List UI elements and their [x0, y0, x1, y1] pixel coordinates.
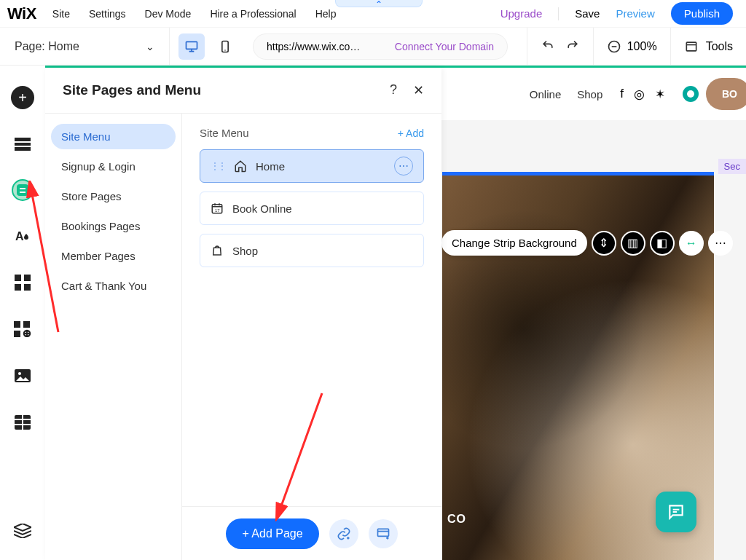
nav-online[interactable]: Online — [530, 88, 561, 100]
chat-fab[interactable] — [656, 492, 696, 532]
add-menu-link[interactable]: + Add — [398, 127, 424, 139]
svg-rect-13 — [14, 321, 20, 328]
book-now-button[interactable]: BO — [706, 78, 746, 110]
chevron-down-icon: ⌄ — [146, 41, 154, 52]
tools-label: Tools — [706, 40, 733, 53]
svg-rect-12 — [24, 284, 31, 291]
panel-sidebar: Site Menu Signup & Login Store Pages Boo… — [45, 114, 182, 560]
sidebar-bookings-pages[interactable]: Bookings Pages — [51, 213, 176, 239]
my-business-button[interactable] — [11, 318, 34, 341]
content-manager-button[interactable] — [11, 411, 34, 434]
sidebar-member-pages[interactable]: Member Pages — [51, 243, 176, 269]
svg-rect-9 — [15, 275, 21, 281]
undo-icon — [541, 38, 555, 52]
mobile-view-button[interactable] — [212, 33, 238, 60]
page-label: Shop — [232, 245, 258, 257]
svg-rect-4 — [686, 42, 696, 51]
svg-rect-5 — [15, 138, 31, 141]
svg-rect-22 — [377, 529, 388, 536]
page-selector[interactable]: Page: Home ⌄ — [0, 40, 169, 53]
top-notch-toggle[interactable] — [335, 0, 423, 7]
menu-devmode[interactable]: Dev Mode — [145, 8, 192, 20]
page-label: Home — [256, 160, 285, 173]
chat-icon — [667, 502, 686, 521]
apps-icon — [15, 275, 31, 291]
layers-icon — [14, 524, 31, 538]
divider — [558, 7, 559, 20]
menu-hire[interactable]: Hire a Professional — [210, 8, 296, 20]
redo-button[interactable] — [565, 38, 580, 55]
page-more-button[interactable]: ⋯ — [394, 157, 413, 176]
pages-button[interactable] — [12, 179, 34, 201]
sections-button[interactable] — [11, 133, 34, 156]
media-button[interactable] — [11, 364, 34, 387]
drag-handle-icon[interactable]: ⋮⋮ — [211, 161, 225, 171]
save-button[interactable]: Save — [575, 7, 600, 20]
close-panel-button[interactable]: ✕ — [413, 82, 424, 98]
help-button[interactable]: ? — [390, 82, 397, 98]
add-link-button[interactable] — [329, 519, 358, 548]
site-url: https://www.wix.co… — [267, 41, 360, 52]
change-strip-bg-button[interactable]: Change Strip Background — [441, 230, 587, 256]
section-tag[interactable]: Sec — [718, 159, 746, 174]
instagram-icon[interactable]: ◎ — [634, 87, 645, 102]
sidebar-store-pages[interactable]: Store Pages — [51, 184, 176, 209]
menu-help[interactable]: Help — [315, 8, 337, 20]
wix-logo[interactable]: WiX — [7, 4, 36, 23]
add-element-button[interactable]: + — [11, 86, 34, 109]
page-item-book-online[interactable]: 17 Book Online — [200, 192, 424, 225]
add-page-button[interactable]: + Add Page — [226, 518, 318, 549]
nav-shop[interactable]: Shop — [577, 88, 602, 100]
connect-domain-link[interactable]: Connect Your Domain — [395, 41, 494, 52]
sections-icon — [15, 138, 31, 151]
page-item-shop[interactable]: Shop — [200, 234, 424, 267]
svg-rect-11 — [15, 284, 21, 291]
svg-text:A: A — [15, 230, 24, 242]
desktop-view-button[interactable] — [178, 33, 205, 60]
menu-settings[interactable]: Settings — [89, 8, 126, 20]
svg-rect-7 — [15, 147, 31, 151]
page-prefix: Page: — [15, 40, 45, 52]
svg-rect-0 — [186, 42, 197, 49]
layout-button[interactable]: ▥ — [621, 231, 645, 256]
more-strip-button[interactable]: ⋯ — [708, 231, 733, 256]
layers-button[interactable] — [11, 519, 34, 543]
publish-button[interactable]: Publish — [671, 2, 733, 25]
media-icon — [15, 369, 31, 382]
svg-rect-15 — [14, 331, 20, 337]
svg-text:17: 17 — [215, 208, 220, 213]
add-section-button[interactable] — [369, 519, 398, 548]
login-avatar-icon[interactable] — [683, 86, 699, 102]
sidebar-site-menu[interactable]: Site Menu — [51, 124, 176, 149]
zoom-out-icon — [607, 39, 621, 54]
calendar-icon: 17 — [211, 202, 224, 215]
page-item-home[interactable]: ⋮⋮ Home ⋯ — [200, 149, 424, 183]
design-button[interactable]: ◧ — [650, 231, 675, 256]
hero-text-fragment: CO — [447, 513, 466, 526]
preview-button[interactable]: Preview — [616, 7, 654, 20]
editor-toolbar: Page: Home ⌄ https://www.wix.co… Connect… — [0, 28, 746, 66]
business-icon — [14, 321, 31, 337]
scroll-settings-button[interactable]: ⇕ — [592, 231, 616, 256]
url-box[interactable]: https://www.wix.co… Connect Your Domain — [253, 33, 508, 60]
page-label: Book Online — [232, 202, 292, 215]
upgrade-link[interactable]: Upgrade — [500, 7, 543, 20]
stretch-button[interactable]: ↔ — [679, 231, 704, 256]
svg-rect-10 — [24, 275, 31, 281]
theme-button[interactable]: A — [11, 224, 34, 248]
panel-title: Site Pages and Menu — [63, 82, 201, 98]
tools-button[interactable]: Tools — [670, 28, 746, 66]
page-name: Home — [48, 40, 79, 52]
menu-site[interactable]: Site — [52, 8, 70, 20]
sidebar-cart-thankyou[interactable]: Cart & Thank You — [51, 273, 176, 299]
undo-button[interactable] — [541, 38, 555, 55]
desktop-icon — [184, 39, 199, 54]
facebook-icon[interactable]: f — [620, 87, 624, 102]
apps-button[interactable] — [11, 271, 34, 294]
home-icon — [234, 159, 247, 173]
zoom-control[interactable]: 100% — [593, 28, 670, 66]
main-header: Site Menu — [200, 127, 249, 139]
yelp-icon[interactable]: ✶ — [655, 87, 665, 102]
svg-rect-14 — [23, 321, 30, 328]
sidebar-signup-login[interactable]: Signup & Login — [51, 154, 176, 179]
